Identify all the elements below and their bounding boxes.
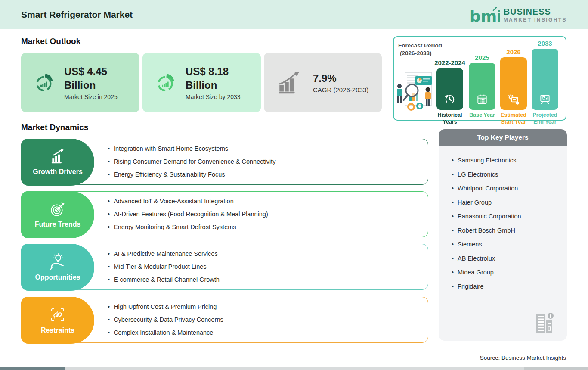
stat-unit: Billion (186, 78, 241, 92)
growth-chart-icon (49, 149, 67, 165)
key-players-panel: Top Key Players Samsung ElectronicsLG El… (439, 129, 567, 341)
bullet-item: Rising Consumer Demand for Convenience &… (108, 158, 428, 166)
stat-text: US$ 8.18 Billion Market Size by 2033 (186, 65, 241, 100)
player-item: Midea Group (452, 269, 563, 276)
stat-card-cagr: 7.9% CAGR (2026-2033) (264, 53, 382, 112)
market-dynamics-heading: Market Dynamics (21, 123, 88, 132)
building-icon (534, 310, 554, 335)
forecast-bar-historical (436, 68, 463, 110)
stat-card-2025: US$ 4.45 Billion Market Size in 2025 (21, 53, 139, 112)
key-players-list: Samsung ElectronicsLG ElectronicsWhirlpo… (439, 146, 567, 290)
bar-year-label: 2033 (528, 40, 562, 47)
player-item: Whirlpool Corporation (452, 185, 563, 192)
row-label-badge: Restraints (21, 297, 94, 344)
logo-wordmark: BUSINESS MARKET INSIGHTS (504, 7, 567, 23)
bullet-item: Mid-Tier & Modular Product Lines (108, 263, 428, 271)
bar-year-label: 2026 (496, 48, 531, 56)
player-item: Panasonic Corporation (452, 213, 563, 220)
bullet-item: E-commerce & Retail Channel Growth (108, 276, 428, 284)
stat-caption: CAGR (2026-2033) (313, 86, 368, 93)
presentation-board-icon (539, 93, 551, 106)
dynamics-row-opportunities: Opportunities AI & Predictive Maintenanc… (21, 244, 428, 290)
bullet-list: Advanced IoT & Voice-Assistant Integrati… (108, 192, 428, 237)
player-item: Robert Bosch GmbH (452, 227, 563, 234)
bullet-item: Cybersecurity & Data Privacy Concerns (108, 316, 428, 324)
bullet-list: High Upfront Cost & Premium PricingCyber… (108, 297, 428, 342)
analytics-illustration (395, 67, 439, 118)
page: Smart Refrigerator Market bmi BUSINESS M… (0, 0, 588, 370)
bar-caption: Historical Years (433, 112, 466, 125)
player-item: Siemens (452, 241, 563, 248)
bullet-item: AI-Driven Features (Food Recognition & M… (108, 210, 428, 218)
target-icon (49, 201, 67, 218)
logo-market-insights-text: MARKET INSIGHTS (504, 17, 567, 23)
stat-card-2033: US$ 8.18 Billion Market Size by 2033 (142, 53, 261, 112)
page-title: Smart Refrigerator Market (21, 9, 133, 20)
dynamics-row-future-trends: Future Trends Advanced IoT & Voice-Assis… (21, 191, 428, 237)
row-label-badge: Future Trends (21, 191, 94, 238)
bar-year-label: 2025 (465, 54, 499, 61)
donut-chart-icon (34, 72, 55, 93)
player-item: LG Electronics (452, 171, 563, 178)
bar-caption: Projected End Year (529, 112, 561, 125)
scrollbar-corner (524, 367, 588, 370)
stat-unit: Billion (64, 78, 118, 92)
row-label: Future Trends (35, 221, 81, 228)
bmi-logo: bmi BUSINESS MARKET INSIGHTS (469, 5, 567, 25)
top-header: Smart Refrigerator Market bmi BUSINESS M… (0, 0, 588, 29)
bar-year-label: 2022-2024 (433, 59, 467, 66)
stat-text: US$ 4.45 Billion Market Size in 2025 (64, 65, 118, 100)
forecast-title: Forecast Period (398, 42, 442, 49)
dynamics-row-growth-drivers: Growth Drivers Integration with Smart Ho… (21, 139, 428, 185)
stat-value: US$ 8.18 (186, 65, 241, 78)
bar-caption: Base Year (466, 112, 498, 119)
player-item: Haier Group (452, 199, 563, 206)
chain-link-icon (49, 306, 67, 323)
player-item: AB Electrolux (452, 255, 563, 262)
stat-text: 7.9% CAGR (2026-2033) (313, 72, 368, 93)
logo-business-text: BUSINESS (504, 7, 567, 16)
horizontal-scrollbar[interactable] (0, 367, 588, 370)
stat-cards: US$ 4.45 Billion Market Size in 2025 US$… (21, 53, 382, 112)
row-label-badge: Opportunities (21, 244, 94, 291)
row-label: Restraints (41, 326, 74, 334)
source-note: Source: Business Market Insights (480, 354, 566, 361)
stat-caption: Market Size by 2033 (186, 93, 241, 100)
bullet-list: AI & Predictive Maintenance ServicesMid-… (108, 244, 428, 289)
gear-chart-icon (507, 93, 520, 106)
player-item: Samsung Electronics (452, 157, 563, 164)
row-label-badge: Growth Drivers (21, 139, 94, 186)
forecast-bar-projected (532, 49, 558, 110)
bullet-item: AI & Predictive Maintenance Services (108, 250, 428, 258)
bullet-item: High Upfront Cost & Premium Pricing (108, 303, 428, 311)
bullet-item: Energy Monitoring & Smart Defrost System… (108, 223, 428, 231)
stat-value: 7.9% (313, 72, 368, 85)
forecast-bar-estimated (500, 57, 527, 110)
stat-caption: Market Size in 2025 (64, 93, 118, 100)
forecast-subtitle: (2026-2033) (400, 50, 432, 56)
history-clock-icon (444, 93, 456, 106)
key-players-title: Top Key Players (477, 134, 528, 141)
stat-value: US$ 4.45 (64, 65, 118, 78)
hand-bulb-icon (49, 253, 67, 271)
bullet-item: Complex Installation & Maintenance (108, 329, 428, 337)
bullet-list: Integration with Smart Home EcosystemsRi… (108, 139, 428, 184)
row-label: Growth Drivers (33, 168, 83, 176)
bullet-item: Integration with Smart Home Ecosystems (108, 145, 428, 153)
bar-caption: Estimated Start Year (497, 112, 530, 125)
dynamics-row-restraints: Restraints High Upfront Cost & Premium P… (21, 297, 428, 343)
forecast-period-chart: Forecast Period (2026-2033) 2022-2024 20… (393, 36, 566, 121)
market-outlook-heading: Market Outlook (21, 37, 80, 46)
bullet-item: Energy Efficiency & Sustainability Focus (108, 171, 428, 179)
key-players-header: Top Key Players (439, 129, 567, 146)
row-label: Opportunities (35, 274, 80, 281)
donut-chart-icon (155, 72, 176, 93)
growth-arrow-icon (277, 71, 303, 95)
player-item: Frigidaire (452, 283, 563, 290)
logo-mark-icon: bmi (469, 5, 500, 25)
forecast-bar-base (469, 63, 495, 110)
bullet-item: Advanced IoT & Voice-Assistant Integrati… (108, 197, 428, 205)
scrollbar-thumb[interactable] (0, 367, 65, 370)
calendar-icon (476, 93, 488, 106)
